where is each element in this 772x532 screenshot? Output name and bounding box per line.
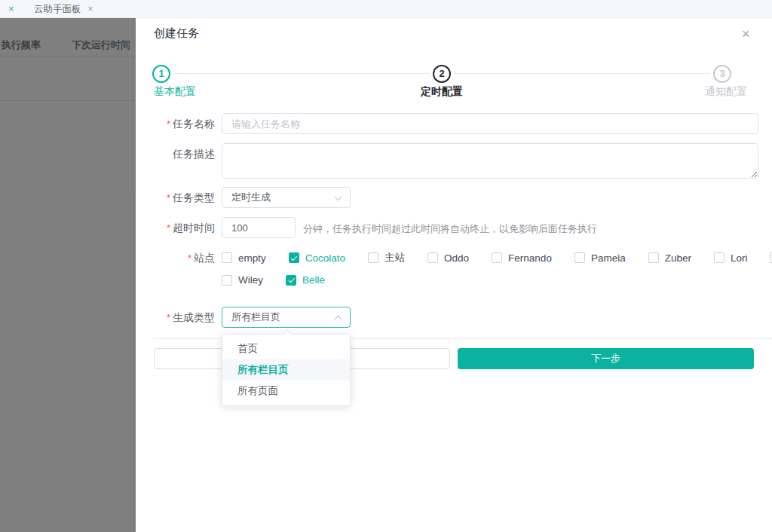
sites-checkbox-row-2: Wiley Belle xyxy=(222,274,348,286)
site-checkbox-belle[interactable]: Belle xyxy=(286,274,325,286)
site-checkbox-wiley[interactable]: Wiley xyxy=(222,274,263,286)
step-connector xyxy=(454,73,710,74)
task-desc-textarea[interactable] xyxy=(222,143,758,179)
site-checkbox-zuber[interactable]: Zuber xyxy=(648,252,691,264)
checkbox-icon xyxy=(222,252,232,263)
checkbox-icon xyxy=(368,252,378,263)
required-mark: * xyxy=(167,312,170,323)
tab-bar: × 云助手面板× xyxy=(0,0,772,18)
create-task-drawer: 创建任务 × 1 2 3 基本配置 定时配置 通知配置 *任务名称 任务描述 *… xyxy=(136,18,772,532)
gen-type-label: *生成类型 xyxy=(136,311,215,325)
modal-overlay[interactable]: 执行频率 下次运行时间 xyxy=(0,18,136,532)
timeout-label: *超时时间 xyxy=(136,222,215,235)
site-checkbox-oddo[interactable]: Oddo xyxy=(427,252,469,264)
timeout-hint: 分钟，任务执行时间超过此时间将自动终止，以免影响后面任务执行 xyxy=(303,222,597,236)
task-type-label: *任务类型 xyxy=(136,191,215,205)
step-1-circle: 1 xyxy=(152,65,170,83)
bg-table-divider xyxy=(0,100,136,101)
gen-type-value: 所有栏目页 xyxy=(231,311,280,323)
dropdown-option-home[interactable]: 首页 xyxy=(222,338,350,359)
checkbox-icon xyxy=(222,275,232,286)
task-name-input[interactable] xyxy=(222,113,758,134)
site-checkbox-pamela[interactable]: Pamela xyxy=(574,252,626,264)
step-1-label: 基本配置 xyxy=(154,85,196,99)
checkbox-checked-icon xyxy=(286,275,296,286)
site-checkbox-fernando[interactable]: Fernando xyxy=(492,252,552,264)
sites-label: *站点 xyxy=(136,252,215,265)
gen-type-select[interactable]: 所有栏目页 xyxy=(222,307,351,328)
close-icon[interactable]: × xyxy=(742,27,750,41)
drawer-title: 创建任务 xyxy=(154,26,199,41)
bg-table-header-next-run: 下次运行时间 xyxy=(72,38,130,52)
task-desc-label: 任务描述 xyxy=(136,148,215,161)
tab-close-icon[interactable]: × xyxy=(88,4,93,14)
dropdown-option-all-columns[interactable]: 所有栏目页 xyxy=(222,359,350,381)
bg-table-column-divider xyxy=(130,18,130,193)
step-3-label: 通知配置 xyxy=(656,85,747,99)
site-checkbox-lori[interactable]: Lori xyxy=(714,252,748,264)
required-mark: * xyxy=(167,192,170,203)
gen-type-dropdown: 首页 所有栏目页 所有页面 xyxy=(222,334,351,406)
dropdown-option-all-pages[interactable]: 所有页面 xyxy=(222,381,350,402)
sites-checkbox-row-1: empty Cocolato 主站 Oddo Fernando Pamela xyxy=(222,251,772,264)
checkbox-icon xyxy=(492,252,502,263)
task-name-label: *任务名称 xyxy=(136,118,215,131)
bg-table-divider xyxy=(0,56,136,57)
step-connector xyxy=(175,73,430,74)
tab-cloud-assistant-panel[interactable]: 云助手面板× xyxy=(34,3,93,16)
step-3-circle: 3 xyxy=(713,65,731,83)
checkbox-icon xyxy=(574,252,585,263)
page: × 云助手面板× 执行频率 下次运行时间 创建任务 × 1 2 3 基本配置 定… xyxy=(0,0,772,532)
tab-label: 云助手面板 xyxy=(34,4,81,14)
site-checkbox-empty[interactable]: empty xyxy=(222,252,266,264)
timeout-input[interactable] xyxy=(222,217,296,238)
dropdown-arrow xyxy=(283,329,291,338)
required-mark: * xyxy=(188,252,191,264)
step-2-label: 定时配置 xyxy=(366,85,517,99)
close-icon[interactable]: × xyxy=(8,3,14,14)
task-type-value: 定时生成 xyxy=(231,191,271,203)
checkbox-icon xyxy=(427,252,438,263)
next-step-button[interactable]: 下一步 xyxy=(458,348,754,369)
bg-table-header-frequency: 执行频率 xyxy=(2,38,41,52)
chevron-up-icon xyxy=(335,316,342,323)
required-mark: * xyxy=(167,222,170,234)
chevron-down-icon xyxy=(335,194,342,201)
step-2-circle: 2 xyxy=(433,65,451,83)
site-checkbox-main-site[interactable]: 主站 xyxy=(368,251,405,264)
required-mark: * xyxy=(167,118,170,130)
site-checkbox-cocolato[interactable]: Cocolato xyxy=(289,252,345,264)
checkbox-checked-icon xyxy=(289,252,299,263)
checkbox-icon xyxy=(648,252,659,263)
task-type-select[interactable]: 定时生成 xyxy=(222,187,351,208)
checkbox-icon xyxy=(714,252,725,263)
